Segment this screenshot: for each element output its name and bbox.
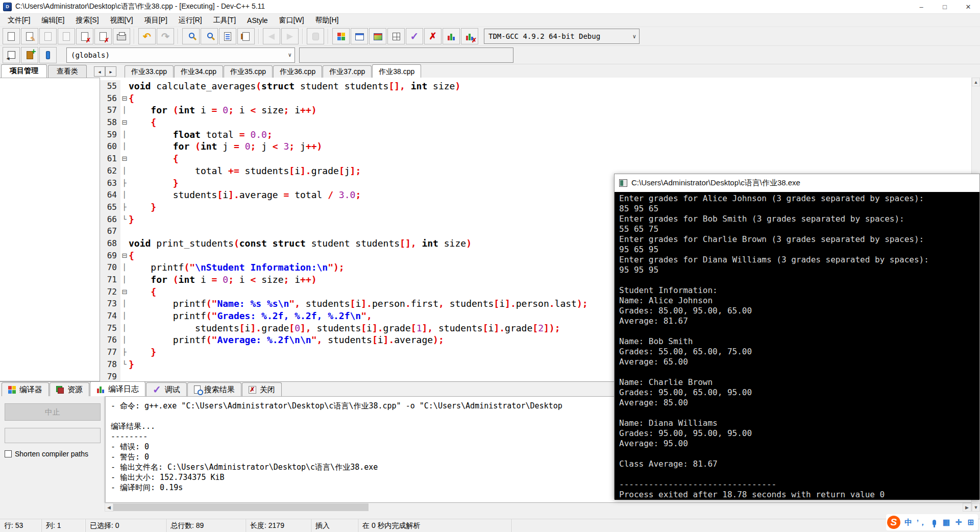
tab-resources[interactable]: 资源 <box>50 382 89 396</box>
file-tab[interactable]: 作业35.cpp <box>224 65 273 78</box>
close-file-button[interactable] <box>76 28 93 44</box>
menu-run[interactable]: 运行[R] <box>173 15 208 26</box>
code-line[interactable]: 58⊟ { <box>100 116 971 129</box>
menu-tools[interactable]: 工具[T] <box>208 15 241 26</box>
menu-view[interactable]: 视图[V] <box>105 15 139 26</box>
code-line[interactable]: 59│ float total = 0.0; <box>100 129 971 141</box>
file-tab[interactable]: 作业36.cpp <box>273 65 322 78</box>
add-to-project-button[interactable] <box>21 47 38 63</box>
file-tab[interactable]: 作业33.cpp <box>125 65 174 78</box>
grid-icon[interactable]: ⊞ <box>967 518 975 527</box>
fold-marker: │ <box>120 274 129 286</box>
line-number: 68 <box>100 237 120 250</box>
rebuild-all-button[interactable] <box>387 28 405 44</box>
profile-button[interactable] <box>443 28 460 44</box>
scroll-up-icon[interactable]: ▲ <box>972 78 980 86</box>
line-number: 72 <box>100 286 120 298</box>
line-number: 66 <box>100 213 120 226</box>
file-tab[interactable]: 作业37.cpp <box>323 65 372 78</box>
punctuation-icon[interactable]: ’， <box>917 518 926 527</box>
chinese-mode-icon[interactable]: 中 <box>904 518 913 527</box>
delete-profiling-button[interactable] <box>461 28 478 44</box>
code-line[interactable]: 55void calculate_averages(struct student… <box>100 80 971 92</box>
keyboard-icon[interactable]: ▦ <box>942 518 950 527</box>
fold-marker[interactable]: ⊟ <box>120 116 129 129</box>
tab-compiler-label: 编译器 <box>19 385 42 395</box>
open-file-button[interactable] <box>21 28 38 44</box>
compile-run-button[interactable] <box>369 28 386 44</box>
code-line[interactable]: 57│ for (int i = 0; i < size; i++) <box>100 104 971 116</box>
horizontal-scroll-thumb[interactable] <box>113 503 369 511</box>
swap-header-source-button[interactable] <box>237 28 255 44</box>
console-title-bar[interactable]: C:\Users\Administrator\Desktop\c语言\作业38.… <box>615 174 979 192</box>
compiler-profile-combo[interactable]: TDM-GCC 4.9.2 64-bit Debug∨ <box>484 29 640 44</box>
goto-declaration-button[interactable] <box>3 47 20 63</box>
menu-search[interactable]: 搜索[S] <box>70 15 104 26</box>
undo-button[interactable]: ↶ <box>138 28 156 44</box>
goto-line-icon <box>224 32 231 41</box>
minimize-button[interactable]: – <box>910 0 933 14</box>
tab-class-browser[interactable]: 查看类 <box>48 65 87 78</box>
back-button[interactable]: ◀ <box>263 28 280 44</box>
new-file-button[interactable] <box>3 28 20 44</box>
close-all-button[interactable] <box>94 28 112 44</box>
title-bar: D C:\Users\Administrator\Desktop\c语言\作业3… <box>0 0 980 14</box>
mic-icon[interactable] <box>933 520 936 525</box>
code-line[interactable]: 60│ for (int j = 0; j < 3; j++) <box>100 140 971 153</box>
maximize-button[interactable]: □ <box>933 0 957 14</box>
menu-edit[interactable]: 编辑[E] <box>36 15 70 26</box>
menu-window[interactable]: 窗口[W] <box>274 15 310 26</box>
scroll-down-icon[interactable]: ▼ <box>972 503 980 512</box>
menu-project[interactable]: 项目[P] <box>139 15 173 26</box>
save-button[interactable] <box>39 28 57 44</box>
member-combo[interactable] <box>299 47 513 63</box>
tab-debug[interactable]: ✓调试 <box>146 382 187 396</box>
scroll-right-icon[interactable]: ▶ <box>963 503 971 512</box>
code-line[interactable]: 61⊟ { <box>100 153 971 165</box>
code-line[interactable]: 56⊟{ <box>100 92 971 105</box>
forward-button[interactable]: ▶ <box>281 28 299 44</box>
globals-combo[interactable]: (globals) ∨ <box>66 47 295 63</box>
syntax-check-button[interactable]: ✓ <box>406 28 423 44</box>
save-all-button[interactable] <box>58 28 75 44</box>
console-output[interactable]: Enter grades for Alice Johnson (3 grades… <box>615 192 979 500</box>
menu-help[interactable]: 帮助[H] <box>310 15 345 26</box>
insert-button[interactable] <box>39 47 57 63</box>
close-button[interactable]: ✕ <box>957 0 980 14</box>
stop-execution-button[interactable] <box>307 28 324 44</box>
tab-project-manager[interactable]: 项目管理 <box>1 64 47 78</box>
tab-scroll-left-icon[interactable]: ◂ <box>94 66 105 77</box>
menu-astyle[interactable]: AStyle <box>241 15 273 26</box>
project-manager-panel[interactable] <box>0 78 100 381</box>
file-tab[interactable]: 作业38.cpp <box>372 64 421 78</box>
code-text: } <box>129 346 156 358</box>
abort-compile-button[interactable]: ✗ <box>424 28 442 44</box>
shorten-paths-option[interactable]: Shorten compiler paths <box>5 450 88 458</box>
sogou-logo-icon[interactable]: S <box>887 516 900 529</box>
log-horizontal-scrollbar[interactable]: ◀ ▶ <box>105 503 971 512</box>
shorten-paths-checkbox[interactable] <box>5 450 12 457</box>
tab-compile-log[interactable]: 编译日志 <box>90 381 145 396</box>
replace-button[interactable] <box>201 28 218 44</box>
fold-marker[interactable]: ⊟ <box>120 92 129 105</box>
tab-close[interactable]: ✗关闭 <box>242 382 282 396</box>
fold-marker[interactable]: ⊟ <box>120 153 129 165</box>
toolbox-icon[interactable]: ✛ <box>954 518 963 527</box>
fold-marker[interactable]: ⊟ <box>120 250 129 262</box>
tab-compiler[interactable]: 编译器 <box>2 382 49 396</box>
tab-scroll-right-icon[interactable]: ▸ <box>105 66 116 77</box>
menu-file[interactable]: 文件[F] <box>2 15 36 26</box>
console-window[interactable]: C:\Users\Administrator\Desktop\c语言\作业38.… <box>614 174 980 499</box>
tab-search-results[interactable]: 搜索结果 <box>187 382 241 396</box>
scroll-left-icon[interactable]: ◀ <box>105 503 113 512</box>
find-button[interactable] <box>182 28 200 44</box>
fold-marker[interactable]: ⊟ <box>120 286 129 298</box>
goto-line-button[interactable] <box>219 28 236 44</box>
abort-button[interactable]: 中止 <box>5 403 101 421</box>
file-tab[interactable]: 作业34.cpp <box>174 65 223 78</box>
run-button[interactable] <box>351 28 368 44</box>
compile-button[interactable] <box>332 28 350 44</box>
redo-button[interactable]: ↷ <box>157 28 174 44</box>
tab-compile-log-icon <box>96 385 105 393</box>
print-button[interactable] <box>113 28 130 44</box>
